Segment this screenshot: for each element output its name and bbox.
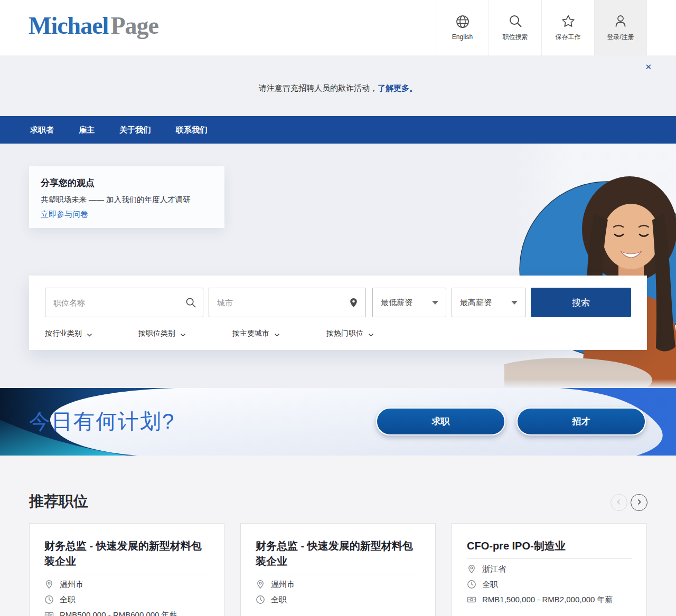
filter-by-city[interactable]: 按主要城市 xyxy=(232,329,280,338)
header: MichaelPage English 职位搜索 保存工作 登录/注册 xyxy=(0,0,676,55)
location-pin-icon xyxy=(256,580,265,589)
location-pin-icon xyxy=(44,580,54,589)
job-cards-row: 财务总监 - 快速发展的新型材料包装企业 温州市 全职 RMB500,000 -… xyxy=(29,523,647,616)
min-salary-label: 最低薪资 xyxy=(381,298,412,308)
filter-hot-jobs-label: 按热门职位 xyxy=(326,329,363,338)
filter-by-industry[interactable]: 按行业类别 xyxy=(45,329,92,338)
job-salary: RMB500,000 - RMB600,000 年薪 xyxy=(60,610,177,616)
job-card[interactable]: 财务总监 - 快速发展的新型材料包装企业 温州市 全职 xyxy=(240,523,436,616)
job-location: 浙江省 xyxy=(482,564,506,574)
filter-by-hot-jobs[interactable]: 按热门职位 xyxy=(326,329,374,338)
job-type-row: 全职 xyxy=(467,579,632,590)
nav-item-contact[interactable]: 联系我们 xyxy=(176,125,208,135)
section-title: 推荐职位 xyxy=(29,491,88,511)
max-salary-select[interactable]: 最高薪资 xyxy=(452,288,525,317)
job-location: 温州市 xyxy=(60,580,83,590)
survey-card-subtitle: 共塑职场未来 —— 加入我们的年度人才调研 xyxy=(41,195,213,205)
michael-page-logo[interactable]: MichaelPage xyxy=(29,12,158,40)
survey-card: 分享您的观点 共塑职场未来 —— 加入我们的年度人才调研 立即参与问卷 xyxy=(29,166,224,228)
seek-job-button[interactable]: 求职 xyxy=(376,407,505,435)
job-salary-row: RMB500,000 - RMB600,000 年薪 xyxy=(44,610,209,616)
saved-jobs-button[interactable]: 保存工作 xyxy=(541,0,594,55)
search-button[interactable]: 搜索 xyxy=(531,288,631,317)
clock-icon xyxy=(44,595,54,604)
chevron-down-icon xyxy=(511,301,518,305)
chevron-right-icon xyxy=(636,498,642,507)
job-type: 全职 xyxy=(60,595,76,605)
job-search-panel: 最低薪资 最高薪资 搜索 按行业类别 按职位类别 按主要城市 按热门职位 xyxy=(29,276,647,350)
chevron-down-icon xyxy=(368,331,374,337)
clock-icon xyxy=(467,580,476,589)
chevron-down-icon xyxy=(274,331,280,337)
notice-message: 请注意冒充招聘人员的欺诈活动， xyxy=(259,83,378,92)
fraud-notice-text: 请注意冒充招聘人员的欺诈活动，了解更多。 xyxy=(0,83,676,93)
job-salary: RMB1,500,000 - RMB2,000,000 年薪 xyxy=(482,595,613,605)
clock-icon xyxy=(256,595,265,604)
learn-more-link[interactable]: 了解更多。 xyxy=(378,83,417,92)
hire-talent-button[interactable]: 招才 xyxy=(517,407,646,435)
job-type-row: 全职 xyxy=(44,594,209,605)
cta-title: 今日有何计划? xyxy=(29,407,175,436)
logo-page: Page xyxy=(110,12,158,39)
job-location: 温州市 xyxy=(271,580,295,590)
chevron-down-icon xyxy=(87,331,92,337)
chevron-left-icon xyxy=(616,498,622,507)
chevron-down-icon xyxy=(432,301,438,305)
chevron-down-icon xyxy=(180,331,186,337)
hero-photo xyxy=(504,144,676,388)
filter-by-job-category[interactable]: 按职位类别 xyxy=(138,329,186,338)
job-type: 全职 xyxy=(271,595,287,605)
salary-icon xyxy=(44,610,54,616)
recommended-jobs-section: 推荐职位 财务总监 - 快速发展的新型材料包装企业 温州市 全职 RMB500,… xyxy=(0,456,676,616)
job-search-label: 职位搜索 xyxy=(503,33,528,42)
logo-michael: Michael xyxy=(29,12,108,39)
job-card[interactable]: CFO-pre IPO-制造业 浙江省 全职 RMB1,500,000 - RM… xyxy=(452,523,647,616)
min-salary-select[interactable]: 最低薪资 xyxy=(372,288,446,317)
city-field-box xyxy=(209,288,366,317)
language-toggle[interactable]: English xyxy=(436,0,489,55)
job-salary-row: RMB1,500,000 - RMB2,000,000 年薪 xyxy=(467,594,632,605)
saved-jobs-label: 保存工作 xyxy=(556,33,581,42)
cta-banner: 今日有何计划? 求职 招才 xyxy=(0,388,676,456)
carousel-prev-button[interactable] xyxy=(611,494,627,511)
close-icon[interactable]: ✕ xyxy=(643,61,654,73)
survey-card-title: 分享您的观点 xyxy=(41,177,213,189)
login-register-label: 登录/注册 xyxy=(607,33,634,42)
language-label: English xyxy=(452,33,473,41)
hero-section: 分享您的观点 共塑职场未来 —— 加入我们的年度人才调研 立即参与问卷 最低薪资… xyxy=(0,144,676,388)
job-location-row: 温州市 xyxy=(256,579,420,590)
job-location-row: 温州市 xyxy=(44,579,209,590)
location-pin-icon xyxy=(467,564,476,574)
job-title: 财务总监 - 快速发展的新型材料包装企业 xyxy=(256,538,420,574)
city-input[interactable] xyxy=(209,288,365,317)
keyword-input[interactable] xyxy=(45,288,203,317)
nav-item-about[interactable]: 关于我们 xyxy=(119,125,151,135)
main-nav: 求职者 雇主 关于我们 联系我们 xyxy=(0,116,676,144)
filter-job-category-label: 按职位类别 xyxy=(138,329,175,338)
job-type: 全职 xyxy=(482,580,498,590)
job-location-row: 浙江省 xyxy=(467,564,632,574)
nav-item-employer[interactable]: 雇主 xyxy=(79,125,95,135)
header-actions: English 职位搜索 保存工作 登录/注册 xyxy=(436,0,647,55)
filter-industry-label: 按行业类别 xyxy=(45,329,82,338)
job-title: 财务总监 - 快速发展的新型材料包装企业 xyxy=(44,538,209,574)
fraud-notice-banner: 请注意冒充招聘人员的欺诈活动，了解更多。 ✕ xyxy=(0,55,676,116)
salary-icon xyxy=(467,595,476,604)
job-title: CFO-pre IPO-制造业 xyxy=(467,538,632,559)
max-salary-label: 最高薪资 xyxy=(460,298,492,308)
filter-city-label: 按主要城市 xyxy=(232,329,269,338)
login-register-button[interactable]: 登录/注册 xyxy=(594,0,647,55)
job-card[interactable]: 财务总监 - 快速发展的新型材料包装企业 温州市 全职 RMB500,000 -… xyxy=(29,523,224,616)
star-icon xyxy=(561,14,575,28)
search-icon xyxy=(509,14,522,28)
job-type-row: 全职 xyxy=(256,594,420,605)
globe-icon xyxy=(456,15,470,29)
nav-item-jobseeker[interactable]: 求职者 xyxy=(30,125,54,135)
carousel-next-button[interactable] xyxy=(631,494,647,511)
job-search-button[interactable]: 职位搜索 xyxy=(489,0,541,55)
survey-link[interactable]: 立即参与问卷 xyxy=(41,210,213,220)
keyword-field-box xyxy=(45,288,203,317)
person-icon xyxy=(614,14,627,28)
